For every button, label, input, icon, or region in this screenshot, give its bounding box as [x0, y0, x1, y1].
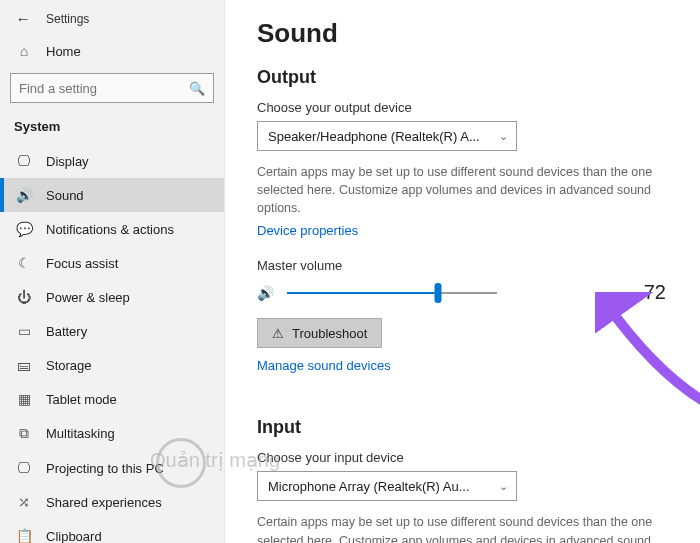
storage-icon: 🖴	[16, 357, 32, 373]
warning-icon: ⚠	[272, 326, 284, 341]
sidebar-item-label: Notifications & actions	[46, 222, 174, 237]
chevron-down-icon: ⌄	[499, 480, 508, 493]
focus-assist-icon: ☾	[16, 255, 32, 271]
sound-icon: 🔊	[16, 187, 32, 203]
sidebar-item-label: Display	[46, 154, 89, 169]
input-device-dropdown[interactable]: Microphone Array (Realtek(R) Au... ⌄	[257, 471, 517, 501]
sidebar-item-shared-experiences[interactable]: ⤮Shared experiences	[0, 485, 224, 519]
input-choose-label: Choose your input device	[257, 450, 676, 465]
annotation-arrow	[595, 292, 700, 412]
troubleshoot-label: Troubleshoot	[292, 326, 367, 341]
power-sleep-icon: ⏻	[16, 289, 32, 305]
search-box[interactable]: 🔍	[10, 73, 214, 103]
nav-list: 🖵Display🔊Sound💬Notifications & actions☾F…	[0, 144, 224, 543]
sidebar-item-storage[interactable]: 🖴Storage	[0, 348, 224, 382]
output-helper: Certain apps may be set up to use differ…	[257, 163, 657, 217]
sidebar-item-display[interactable]: 🖵Display	[0, 144, 224, 178]
sidebar-item-battery[interactable]: ▭Battery	[0, 314, 224, 348]
clipboard-icon: 📋	[16, 528, 32, 543]
sidebar-item-label: Storage	[46, 358, 92, 373]
sidebar: ← Settings ⌂ Home 🔍 System 🖵Display🔊Soun…	[0, 0, 225, 543]
output-device-dropdown[interactable]: Speaker/Headphone (Realtek(R) A... ⌄	[257, 121, 517, 151]
back-button[interactable]: ←	[14, 10, 32, 27]
content: Sound Output Choose your output device S…	[225, 0, 700, 543]
sidebar-item-label: Tablet mode	[46, 392, 117, 407]
search-input[interactable]	[19, 81, 169, 96]
sidebar-item-power-sleep[interactable]: ⏻Power & sleep	[0, 280, 224, 314]
sidebar-item-label: Projecting to this PC	[46, 461, 164, 476]
app-title: Settings	[46, 12, 89, 26]
speaker-icon[interactable]: 🔊	[257, 285, 277, 301]
battery-icon: ▭	[16, 323, 32, 339]
chevron-down-icon: ⌄	[499, 130, 508, 143]
notifications-actions-icon: 💬	[16, 221, 32, 237]
search-icon: 🔍	[189, 81, 205, 96]
volume-slider[interactable]	[287, 286, 497, 300]
sidebar-item-label: Clipboard	[46, 529, 102, 544]
sidebar-item-notifications-actions[interactable]: 💬Notifications & actions	[0, 212, 224, 246]
multitasking-icon: ⧉	[16, 425, 32, 442]
sidebar-item-label: Sound	[46, 188, 84, 203]
sidebar-section-label: System	[0, 115, 224, 144]
sidebar-home[interactable]: ⌂ Home	[0, 35, 224, 67]
sidebar-item-label: Shared experiences	[46, 495, 162, 510]
sidebar-item-multitasking[interactable]: ⧉Multitasking	[0, 416, 224, 451]
sidebar-item-clipboard[interactable]: 📋Clipboard	[0, 519, 224, 543]
sidebar-item-projecting-to-this-pc[interactable]: 🖵Projecting to this PC	[0, 451, 224, 485]
page-title: Sound	[257, 18, 676, 49]
home-label: Home	[46, 44, 81, 59]
input-device-value: Microphone Array (Realtek(R) Au...	[268, 479, 470, 494]
sidebar-item-label: Focus assist	[46, 256, 118, 271]
sidebar-item-sound[interactable]: 🔊Sound	[0, 178, 224, 212]
manage-sound-devices-link[interactable]: Manage sound devices	[257, 358, 391, 373]
troubleshoot-button[interactable]: ⚠ Troubleshoot	[257, 318, 382, 348]
shared-experiences-icon: ⤮	[16, 494, 32, 510]
input-heading: Input	[257, 417, 676, 438]
sidebar-item-focus-assist[interactable]: ☾Focus assist	[0, 246, 224, 280]
sidebar-item-label: Multitasking	[46, 426, 115, 441]
sidebar-item-label: Battery	[46, 324, 87, 339]
volume-value: 72	[644, 281, 676, 304]
projecting-to-this-pc-icon: 🖵	[16, 460, 32, 476]
output-device-properties-link[interactable]: Device properties	[257, 223, 358, 238]
sidebar-item-label: Power & sleep	[46, 290, 130, 305]
output-choose-label: Choose your output device	[257, 100, 676, 115]
display-icon: 🖵	[16, 153, 32, 169]
output-device-value: Speaker/Headphone (Realtek(R) A...	[268, 129, 480, 144]
output-heading: Output	[257, 67, 676, 88]
tablet-mode-icon: ▦	[16, 391, 32, 407]
master-volume-label: Master volume	[257, 258, 676, 273]
input-helper: Certain apps may be set up to use differ…	[257, 513, 657, 543]
sidebar-item-tablet-mode[interactable]: ▦Tablet mode	[0, 382, 224, 416]
home-icon: ⌂	[16, 43, 32, 59]
